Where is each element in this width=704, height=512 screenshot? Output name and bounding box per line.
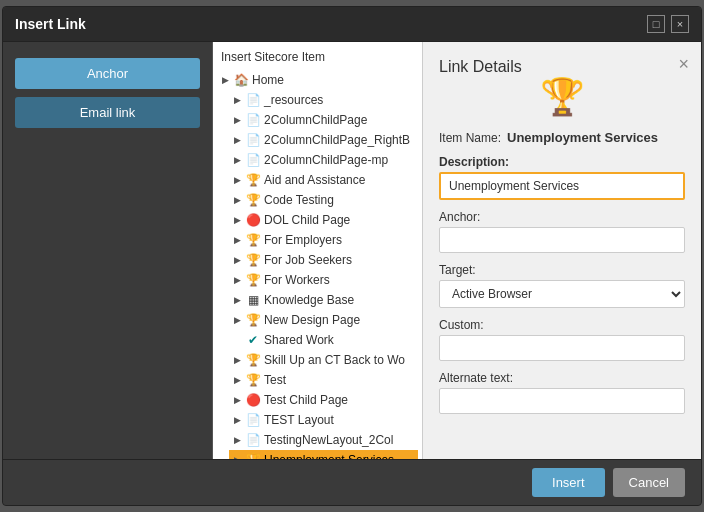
tree-arrow: ▶ bbox=[231, 434, 243, 446]
trophy-icon: 🏆 bbox=[245, 352, 261, 368]
tree-item-home[interactable]: ▶ 🏠 Home bbox=[217, 70, 418, 90]
maximize-button[interactable]: □ bbox=[647, 15, 665, 33]
tree-arrow: ▶ bbox=[231, 214, 243, 226]
alt-text-label: Alternate text: bbox=[439, 371, 685, 385]
cancel-button[interactable]: Cancel bbox=[613, 468, 685, 497]
trophy-icon: 🏆 bbox=[245, 272, 261, 288]
tree-arrow: ▶ bbox=[231, 174, 243, 186]
close-button[interactable]: × bbox=[671, 15, 689, 33]
tree-arrow: ▶ bbox=[231, 414, 243, 426]
tree-label: DOL Child Page bbox=[264, 213, 350, 227]
link-details-close-button[interactable]: × bbox=[678, 54, 689, 75]
tree-item-aid[interactable]: ▶ 🏆 Aid and Assistance bbox=[229, 170, 418, 190]
insert-button[interactable]: Insert bbox=[532, 468, 605, 497]
item-name-row: Item Name: Unemployment Services bbox=[439, 130, 685, 145]
anchor-button[interactable]: Anchor bbox=[15, 58, 200, 89]
tree-panel-title: Insert Sitecore Item bbox=[217, 50, 418, 64]
tree-label: Code Testing bbox=[264, 193, 334, 207]
tree-arrow: ▶ bbox=[231, 314, 243, 326]
tree-item-testlayout[interactable]: ▶ 📄 TEST Layout bbox=[229, 410, 418, 430]
item-icon: 📄 bbox=[245, 132, 261, 148]
description-input[interactable] bbox=[439, 172, 685, 200]
tree-label: Skill Up an CT Back to Wo bbox=[264, 353, 405, 367]
item-icon: 📄 bbox=[245, 92, 261, 108]
tree-label: For Job Seekers bbox=[264, 253, 352, 267]
tree-item-testingnew[interactable]: ▶ 📄 TestingNewLayout_2Col bbox=[229, 430, 418, 450]
tree-label: For Workers bbox=[264, 273, 330, 287]
dialog-body: Anchor Email link Insert Sitecore Item ▶… bbox=[3, 42, 701, 459]
check-icon: ✔ bbox=[245, 332, 261, 348]
trophy-decoration: 🏆 bbox=[439, 76, 685, 118]
trophy-icon: 🏆 bbox=[245, 172, 261, 188]
alt-text-input[interactable] bbox=[439, 388, 685, 414]
tree-label: _resources bbox=[264, 93, 323, 107]
tree-label: Test Child Page bbox=[264, 393, 348, 407]
target-label: Target: bbox=[439, 263, 685, 277]
tree-item-2colchild-right[interactable]: ▶ 📄 2ColumnChildPage_RightB bbox=[229, 130, 418, 150]
tree-label: Shared Work bbox=[264, 333, 334, 347]
insert-link-dialog: Insert Link □ × Anchor Email link Insert… bbox=[2, 6, 702, 506]
description-row: Description: bbox=[439, 155, 685, 200]
tree-children: ▶ 📄 _resources ▶ 📄 2ColumnChildPage ▶ 📄 … bbox=[217, 90, 418, 459]
tree-item-resources[interactable]: ▶ 📄 _resources bbox=[229, 90, 418, 110]
dialog-footer: Insert Cancel bbox=[3, 459, 701, 505]
tree-label: 2ColumnChildPage bbox=[264, 113, 367, 127]
description-label: Description: bbox=[439, 155, 685, 169]
tree-item-testchild[interactable]: ▶ 🔴 Test Child Page bbox=[229, 390, 418, 410]
tree-label: New Design Page bbox=[264, 313, 360, 327]
anchor-row: Anchor: bbox=[439, 210, 685, 253]
doc-icon: 📄 bbox=[245, 432, 261, 448]
doc-icon: 📄 bbox=[245, 412, 261, 428]
trophy-icon: 🏆 bbox=[245, 252, 261, 268]
trophy-icon: 🏆 bbox=[245, 372, 261, 388]
red-icon: 🔴 bbox=[245, 392, 261, 408]
grid-icon: ▦ bbox=[245, 292, 261, 308]
home-icon: 🏠 bbox=[233, 72, 249, 88]
tree-arrow: ▶ bbox=[231, 354, 243, 366]
dialog-title: Insert Link bbox=[15, 16, 86, 32]
tree-arrow: ▶ bbox=[231, 374, 243, 386]
custom-input[interactable] bbox=[439, 335, 685, 361]
trophy-icon: 🏆 bbox=[245, 312, 261, 328]
tree-label: TestingNewLayout_2Col bbox=[264, 433, 393, 447]
target-row: Target: Active Browser New Browser Same … bbox=[439, 263, 685, 308]
tree-arrow: ▶ bbox=[231, 394, 243, 406]
tree-label: 2ColumnChildPage-mp bbox=[264, 153, 388, 167]
tree-arrow: ▶ bbox=[231, 294, 243, 306]
tree-item-knowledge[interactable]: ▶ ▦ Knowledge Base bbox=[229, 290, 418, 310]
item-icon: 📄 bbox=[245, 112, 261, 128]
tree-item-newdesign[interactable]: ▶ 🏆 New Design Page bbox=[229, 310, 418, 330]
left-panel: Anchor Email link bbox=[3, 42, 213, 459]
item-name-value: Unemployment Services bbox=[507, 130, 658, 145]
tree-item-sharedwork[interactable]: ✔ Shared Work bbox=[229, 330, 418, 350]
link-details-panel: Link Details × 🏆 Item Name: Unemployment… bbox=[423, 42, 701, 459]
tree-item-2colchild[interactable]: ▶ 📄 2ColumnChildPage bbox=[229, 110, 418, 130]
alt-text-row: Alternate text: bbox=[439, 371, 685, 414]
trophy-icon: 🏆 bbox=[245, 232, 261, 248]
email-link-button[interactable]: Email link bbox=[15, 97, 200, 128]
tree-arrow-home: ▶ bbox=[219, 74, 231, 86]
anchor-input[interactable] bbox=[439, 227, 685, 253]
tree-item-code-testing[interactable]: ▶ 🏆 Code Testing bbox=[229, 190, 418, 210]
tree-item-dol[interactable]: ▶ 🔴 DOL Child Page bbox=[229, 210, 418, 230]
tree-item-employers[interactable]: ▶ 🏆 For Employers bbox=[229, 230, 418, 250]
tree-arrow: ▶ bbox=[231, 94, 243, 106]
tree-label: Knowledge Base bbox=[264, 293, 354, 307]
item-icon: 📄 bbox=[245, 152, 261, 168]
tree-item-unemployment[interactable]: ▶ 🏆 Unemployment Services bbox=[229, 450, 418, 459]
tree-item-test[interactable]: ▶ 🏆 Test bbox=[229, 370, 418, 390]
tree-item-jobseekers[interactable]: ▶ 🏆 For Job Seekers bbox=[229, 250, 418, 270]
tree-arrow: ▶ bbox=[231, 154, 243, 166]
tree-label: TEST Layout bbox=[264, 413, 334, 427]
target-select[interactable]: Active Browser New Browser Same Window bbox=[439, 280, 685, 308]
red-icon: 🔴 bbox=[245, 212, 261, 228]
tree-arrow: ▶ bbox=[231, 114, 243, 126]
tree-item-skillup[interactable]: ▶ 🏆 Skill Up an CT Back to Wo bbox=[229, 350, 418, 370]
tree-arrow: ▶ bbox=[231, 134, 243, 146]
tree-item-2colchild-mp[interactable]: ▶ 📄 2ColumnChildPage-mp bbox=[229, 150, 418, 170]
tree-item-workers[interactable]: ▶ 🏆 For Workers bbox=[229, 270, 418, 290]
tree-label: For Employers bbox=[264, 233, 342, 247]
anchor-label: Anchor: bbox=[439, 210, 685, 224]
dialog-titlebar: Insert Link □ × bbox=[3, 7, 701, 42]
tree-label-home: Home bbox=[252, 73, 284, 87]
